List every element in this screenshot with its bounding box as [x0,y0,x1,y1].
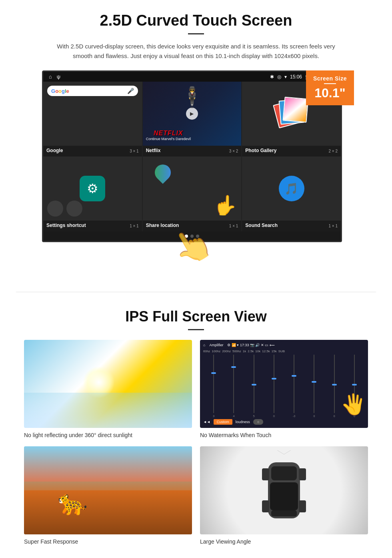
badge-underline [324,83,336,84]
eq-thumb-3 [252,384,256,385]
app-grid-row1: Google 🎤 🕴 ▶ [43,82,341,146]
svg-rect-6 [262,500,269,512]
feature-sunlight: No light reflecting under 360° direct su… [24,340,192,438]
eq-slider-1: 3 [205,355,222,417]
settings-cell-inner: ⚙ [43,157,142,221]
time-display: 15:06 [290,74,302,80]
netflix-label-row: Netflix 3 × 2 [143,146,242,157]
eq-slider-5: -3 [285,355,303,417]
music-note-icon: 🎵 [279,176,304,201]
eq-custom-button: Custom [214,419,232,425]
shadow-circle-2 [66,201,82,217]
car-image [200,446,368,534]
title-underline [188,33,204,34]
maps-icon [155,165,171,181]
eq-track-1 [213,355,214,413]
shadow-circle-1 [47,201,63,217]
car-caption: Large Viewing Angle [200,538,368,545]
eq-thumb-4 [272,378,276,379]
google-label: Google 3 × 1 [43,146,142,157]
play-button[interactable]: ▶ [186,108,198,120]
settings-icon: ⚙ [80,176,105,201]
section2-underline [188,329,204,330]
netflix-app-name: Netflix [146,148,161,153]
eq-thumb-1 [211,372,216,374]
section-divider [16,292,376,292]
shadow-icons [47,201,82,217]
netflix-logo-text: NETFLIX [146,130,191,137]
hand-eq-icon: 🖐 [341,393,366,416]
sunlight-visual [24,340,192,428]
eq-label-1: 3 [213,415,214,417]
eq-toggle: ○ [253,419,263,425]
eq-topbar: ⌂ Amplifier ⚙ 📶 ▾ 17:33 📷 🔊 ✕ ▭ ⟵ [203,343,365,347]
eq-sliders: 3 4 5 [203,355,365,417]
share-location-app-cell[interactable]: 👆 [143,157,242,221]
section-curved-screen: 2.5D Curved Touch Screen With 2.5D curve… [0,0,392,280]
car-svg [260,450,308,530]
eq-slider-2: 4 [225,355,242,417]
share-location-app-name: Share location [146,223,179,228]
google-app-cell[interactable]: Google 🎤 [43,82,142,146]
equalizer-image: ⌂ Amplifier ⚙ 📶 ▾ 17:33 📷 🔊 ✕ ▭ ⟵ 60hz10… [200,340,368,428]
sunlight-image [24,340,192,428]
eq-label-4: 0 [273,415,275,417]
eq-title: Amplifier [209,343,223,347]
settings-app-name: Settings shortcut [46,223,86,228]
microphone-icon[interactable]: 🎤 [127,88,134,94]
svg-rect-7 [299,500,306,512]
settings-app-cell[interactable]: ⚙ [43,157,142,221]
eq-slider-6: 0 [305,355,323,417]
google-cell-inner: Google 🎤 [43,82,142,146]
sound-search-label-row: Sound Search 1 × 1 [242,221,341,231]
eq-label-2: 4 [233,415,234,417]
sunlight-caption: No light reflecting under 360° direct su… [24,432,192,438]
screen-size-badge: Screen Size 10.1" [306,70,354,105]
netflix-app-cell[interactable]: 🕴 ▶ NETFLIX Continue Marvel's Daredevil [143,82,242,146]
gallery-app-name: Photo Gallery [245,148,276,153]
app-labels-row1: Google 3 × 1 Netflix 3 × 2 Photo Gallery… [43,146,341,157]
gear-icon: ⚙ [87,181,98,196]
car-visual [200,446,368,534]
eq-slider-3: 5 [245,355,263,417]
home-icon[interactable]: ⌂ [49,74,52,80]
eq-label-5: -3 [293,415,295,417]
music-cell-inner: 🎵 [242,157,341,221]
eq-label-7: 0 [334,415,335,417]
eq-thumb-2 [231,366,236,368]
share-cell-inner: 👆 [143,157,242,221]
svg-rect-1 [271,466,297,480]
sound-search-app-size: 1 × 1 [328,224,338,228]
eq-thumb-5 [292,375,296,377]
hand-pointing-icon: 👆 [213,194,237,217]
svg-rect-4 [262,468,269,480]
eq-slider-7: 0 [326,355,343,417]
netflix-subtitle: Continue Marvel's Daredevil [146,137,191,141]
settings-label-row: Settings shortcut 1 × 1 [43,221,142,231]
settings-app-size: 1 × 1 [130,224,139,228]
share-location-app-size: 1 × 1 [229,224,238,228]
equalizer-caption: No Watermarks When Touch [200,432,368,438]
google-search-bar[interactable]: Google 🎤 [47,86,138,96]
android-screen: ⌂ ψ ✱ ◎ ▾ 15:06 📷 🔊 ✕ ▭ [42,70,342,242]
svg-rect-2 [270,482,298,510]
gallery-stack [276,98,308,130]
cheetah-emoji: 🐆 [58,488,88,517]
eq-bottom-bar: ◄◄ Custom loudness ○ [203,419,365,425]
eq-track-3 [254,355,254,413]
eq-home-icon: ⌂ [203,343,205,347]
eq-slider-4: 0 [265,355,283,417]
features-grid: No light reflecting under 360° direct su… [24,340,368,545]
sound-search-app-cell[interactable]: 🎵 [242,157,341,221]
section2-title: IPS Full Screen View [24,308,368,325]
svg-line-9 [284,450,304,454]
feature-car: Large Viewing Angle [200,446,368,545]
eq-track-7 [334,355,335,413]
google-app-name: Google [46,148,63,153]
bluetooth-icon: ✱ [270,74,274,80]
eq-label-6: 0 [313,415,315,417]
badge-title: Screen Size [313,75,347,82]
badge-size: 10.1" [313,86,347,100]
cheetah-visual: 🐆 [24,446,192,534]
feature-cheetah: 🐆 Super Fast Response [24,446,192,545]
